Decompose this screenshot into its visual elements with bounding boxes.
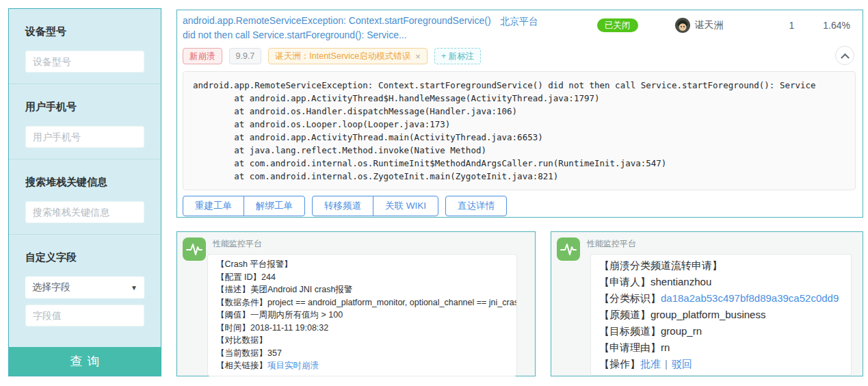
line-label: 【数据条件】 — [216, 298, 267, 307]
transfer-message-line: 【申请理由】rn — [599, 339, 843, 356]
search-filter-sidebar: 设备型号 用户手机号 搜索堆栈关键信息 自定义字段 选择字段 ▼ 查询 — [8, 8, 161, 376]
alert-message: 【Crash 平台报警】 【配置 ID】244 【描述】美团Android JN… — [207, 254, 517, 376]
line-label: 【阈值】 — [216, 310, 250, 320]
line-link-2[interactable]: 驳回 — [672, 358, 692, 370]
tag-note-text: 谌天洲：IntentService启动模式错误 — [275, 51, 410, 62]
issue-header: android.app.RemoteServiceException: Cont… — [183, 14, 856, 42]
issue-percentage: 1.64% — [823, 20, 850, 31]
assignee-name: 谌天洲 — [695, 19, 724, 31]
tag-new-crash: 新崩溃 — [183, 48, 222, 64]
line-value: 一周期内所有值均 > 100 — [250, 310, 343, 320]
close-icon[interactable]: × — [415, 51, 421, 62]
line-label: 【崩溃分类频道流转申请】 — [599, 259, 722, 271]
custom-field-select-value: 选择字段 — [32, 281, 70, 294]
user-phone-input[interactable] — [25, 126, 144, 148]
line-label: 【Crash 平台报警】 — [216, 259, 293, 269]
line-label: 【对比数据】 — [216, 335, 267, 345]
monitor-ecg-icon — [183, 237, 206, 261]
card-source-title: 性能监控平台 — [213, 237, 529, 253]
transfer-message-line: 【操作】批准|驳回 — [599, 356, 843, 372]
transfer-message-line: 【崩溃分类频道流转申请】 — [599, 257, 843, 274]
line-label: 【描述】 — [216, 285, 250, 294]
line-value: project == android_platform_monitor, opt… — [267, 298, 517, 307]
query-button[interactable]: 查询 — [9, 347, 161, 376]
crash-issue-panel: android.app.RemoteServiceException: Cont… — [176, 10, 863, 218]
transfer-message-line: 【原频道】group_platform_business — [599, 307, 843, 323]
link-separator: | — [665, 358, 668, 370]
line-label: 【操作】 — [599, 358, 640, 370]
custom-field-label: 自定义字段 — [25, 251, 144, 264]
card-source-title: 性能监控平台 — [587, 237, 857, 253]
device-model-input[interactable] — [25, 51, 144, 73]
line-link[interactable]: 批准 — [640, 358, 661, 370]
line-value: 357 — [267, 348, 282, 358]
ticket-button-group: 重建工单 解绑工单 — [183, 196, 305, 216]
channel-button-group: 转移频道 关联 WIKI — [312, 196, 438, 216]
line-label: 【配置 ID】 — [216, 272, 261, 282]
line-value: group_platform_business — [650, 309, 765, 320]
stack-keyword-label: 搜索堆栈关键信息 — [25, 176, 144, 189]
issue-count: 1 — [789, 20, 795, 31]
line-value: shentianzhou — [650, 276, 711, 287]
line-label: 【时间】 — [216, 323, 250, 333]
rebuild-ticket-button[interactable]: 重建工单 — [183, 196, 244, 216]
filter-section-device: 设备型号 — [9, 9, 161, 84]
line-label: 【原频道】 — [599, 309, 650, 320]
transfer-message-line: 【目标频道】group_rn — [599, 323, 843, 339]
alert-message-line: 【配置 ID】244 — [216, 271, 508, 284]
channel-transfer-card: 性能监控平台 【崩溃分类频道流转申请】 【申请人】shentianzhou 【分… — [551, 231, 863, 376]
unbind-ticket-button[interactable]: 解绑工单 — [244, 196, 305, 216]
custom-field-value-input[interactable] — [25, 305, 144, 326]
link-wiki-button[interactable]: 关联 WIKI — [373, 196, 438, 216]
alert-message-line: 【对比数据】 — [216, 334, 508, 347]
alert-message-line: 【当前数据】357 — [216, 347, 508, 360]
add-tag-button[interactable]: + 新标注 — [434, 48, 481, 64]
collapse-button[interactable] — [835, 46, 854, 65]
goto-detail-button[interactable]: 直达详情 — [445, 196, 507, 216]
crash-alert-card: 性能监控平台 【Crash 平台报警】 【配置 ID】244 【描述】美团And… — [176, 231, 536, 376]
user-phone-label: 用户手机号 — [25, 101, 144, 114]
alert-message-line: 【数据条件】project == android_platform_monito… — [216, 296, 508, 309]
alert-message-line: 【阈值】一周期内所有值均 > 100 — [216, 309, 508, 322]
stack-keyword-input[interactable] — [25, 201, 144, 223]
line-label: 【当前数据】 — [216, 348, 267, 358]
monitor-ecg-icon — [557, 237, 580, 261]
transfer-message-line: 【申请人】shentianzhou — [599, 274, 843, 290]
transfer-channel-button[interactable]: 转移频道 — [312, 196, 373, 216]
line-link[interactable]: 项目实时崩溃 — [267, 361, 319, 370]
line-value: group_rn — [661, 325, 702, 337]
tag-version: 9.9.7 — [229, 48, 262, 64]
line-link[interactable]: da18a2ab53c497bf8d89a39ca52c0dd9 — [661, 292, 839, 304]
transfer-message-line: 【分类标识】da18a2ab53c497bf8d89a39ca52c0dd9 — [599, 290, 843, 307]
line-label: 【分类标识】 — [599, 292, 661, 304]
stack-trace-box: android.app.RemoteServiceException: Cont… — [183, 71, 856, 190]
alert-message-line: 【描述】美团Android JNI crash报警 — [216, 283, 508, 296]
chevron-down-icon: ▼ — [131, 284, 137, 292]
custom-field-select[interactable]: 选择字段 ▼ — [25, 276, 144, 298]
issue-meta: 已关闭 谌天洲 1 1.64% — [597, 18, 856, 33]
assignee: 谌天洲 — [675, 18, 724, 33]
tag-note: 谌天洲：IntentService启动模式错误 × — [268, 48, 428, 64]
alert-message-line: 【相关链接】项目实时崩溃 — [216, 359, 508, 372]
device-model-label: 设备型号 — [25, 25, 144, 38]
avatar — [675, 18, 690, 33]
chevron-up-icon — [841, 53, 850, 62]
line-value: 2018-11-11 19:08:32 — [250, 323, 328, 333]
platform-label: 北京平台 — [500, 16, 538, 28]
line-label: 【目标频道】 — [599, 325, 661, 337]
line-value: 244 — [261, 272, 276, 282]
issue-title-link[interactable]: android.app.RemoteServiceException: Cont… — [183, 14, 492, 42]
status-badge: 已关闭 — [597, 18, 638, 33]
issue-tags: 新崩溃 9.9.7 谌天洲：IntentService启动模式错误 × + 新标… — [183, 48, 856, 64]
transfer-message: 【崩溃分类频道流转申请】 【申请人】shentianzhou 【分类标识】da1… — [590, 254, 852, 376]
line-value: rn — [661, 342, 670, 353]
line-label: 【相关链接】 — [216, 361, 267, 370]
filter-section-phone: 用户手机号 — [9, 84, 161, 159]
filter-section-custom-field: 自定义字段 选择字段 ▼ — [9, 235, 161, 337]
stack-trace-text: android.app.RemoteServiceException: Cont… — [193, 79, 845, 183]
filter-section-stack-keyword: 搜索堆栈关键信息 — [9, 159, 161, 235]
line-value: 美团Android JNI crash报警 — [250, 285, 352, 294]
issue-actions: 重建工单 解绑工单 转移频道 关联 WIKI 直达详情 — [183, 196, 856, 216]
alert-message-line: 【时间】2018-11-11 19:08:32 — [216, 322, 508, 335]
line-label: 【申请理由】 — [599, 342, 661, 353]
